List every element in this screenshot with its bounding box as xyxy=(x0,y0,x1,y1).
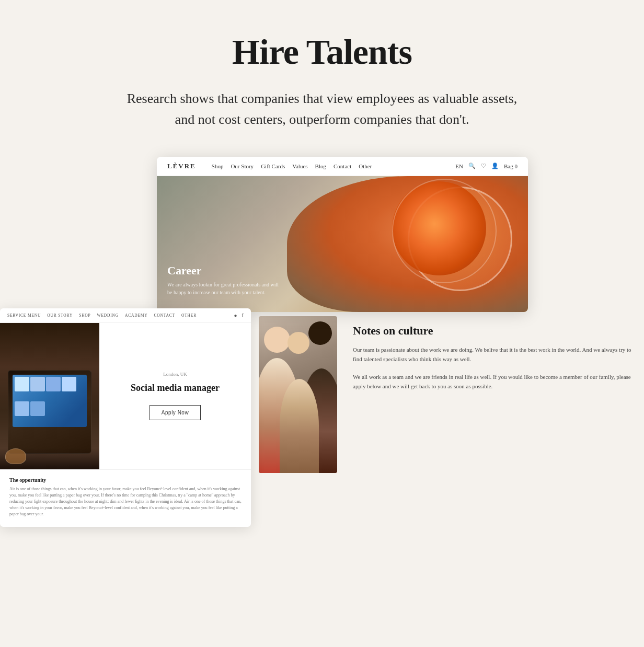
lang-switch[interactable]: EN xyxy=(455,163,463,169)
facebook-icon[interactable]: f xyxy=(242,313,244,318)
people-photo xyxy=(259,316,337,473)
notes-paragraph1: Our team is passionate about the work we… xyxy=(353,345,640,364)
mockup-nav-shop[interactable]: Shop xyxy=(212,163,224,169)
job-location: London, UK xyxy=(163,372,187,377)
notes-paragraph2: We all work as a team and we are friends… xyxy=(353,372,640,391)
job-card-body: London, UK Social media manager Apply No… xyxy=(0,323,251,469)
website-mockup: LÈVRE Shop Our Story Gift Cards Values B… xyxy=(157,157,528,312)
head1 xyxy=(264,327,290,353)
mockup-navbar: LÈVRE Shop Our Story Gift Cards Values B… xyxy=(157,157,528,176)
job-card-image xyxy=(0,323,99,469)
mockup-nav-our-story[interactable]: Our Story xyxy=(231,163,254,169)
hero-section: Hire Talents Research shows that compani… xyxy=(0,0,644,157)
opportunity-title: The opportunity xyxy=(9,477,242,483)
job-card-content: London, UK Social media manager Apply No… xyxy=(99,323,251,469)
social-icons: ● f xyxy=(234,313,244,318)
mockup-nav-items: Shop Our Story Gift Cards Values Blog Co… xyxy=(212,163,445,169)
mockup-logo: LÈVRE xyxy=(167,162,196,170)
jc-shop[interactable]: SHOP xyxy=(79,313,90,318)
notes-title: Notes on culture xyxy=(353,324,640,338)
job-title: Social media manager xyxy=(131,382,220,394)
bag-icon[interactable]: Bag 0 xyxy=(504,163,518,169)
phone-screen xyxy=(13,375,87,427)
coffee-cup xyxy=(5,448,26,464)
career-heading: Career xyxy=(167,264,282,278)
jc-our-story[interactable]: OUR STORY xyxy=(47,313,73,318)
head2 xyxy=(308,321,332,345)
career-content: Career We are always lookin for great pr… xyxy=(167,264,282,296)
mockup-nav-other[interactable]: Other xyxy=(359,163,372,169)
jc-other[interactable]: OTHER xyxy=(181,313,197,318)
jc-contact[interactable]: CONTACT xyxy=(154,313,175,318)
opportunity-text: Air is one of those things that can, whe… xyxy=(9,486,242,517)
jc-academy[interactable]: ACADEMY xyxy=(125,313,148,318)
job-card-navbar: SERVICE MENU OUR STORY SHOP WEDDING ACAD… xyxy=(0,308,251,323)
notes-culture-section: Notes on culture Our team is passionate … xyxy=(353,316,640,473)
mockup-nav-values[interactable]: Values xyxy=(292,163,307,169)
right-content-area: Notes on culture Our team is passionate … xyxy=(259,316,640,473)
search-icon[interactable]: 🔍 xyxy=(468,163,476,169)
page-title: Hire Talents xyxy=(21,31,623,73)
head3 xyxy=(288,332,309,354)
hero-subtitle: Research shows that companies that view … xyxy=(123,88,521,131)
jc-wedding[interactable]: WEDDING xyxy=(97,313,119,318)
mockup-nav-gift-cards[interactable]: Gift Cards xyxy=(261,163,285,169)
jc-service-menu[interactable]: SERVICE MENU xyxy=(7,313,41,318)
mockup-nav-contact[interactable]: Contact xyxy=(334,163,351,169)
people-silhouettes xyxy=(259,316,337,473)
mockup-nav-actions: EN 🔍 ♡ 👤 Bag 0 xyxy=(455,163,518,169)
glass-rim-outer xyxy=(392,179,497,283)
phone-in-hand xyxy=(8,370,91,454)
apply-now-button[interactable]: Apply Now xyxy=(150,405,201,420)
instagram-icon[interactable]: ● xyxy=(234,313,238,318)
job-card-mockup: SERVICE MENU OUR STORY SHOP WEDDING ACAD… xyxy=(0,308,251,527)
job-card-opportunity: The opportunity Air is one of those thin… xyxy=(0,469,251,527)
person3-silhouette xyxy=(280,379,319,473)
content-area: LÈVRE Shop Our Story Gift Cards Values B… xyxy=(0,157,644,564)
mockup-hero-image: Career We are always lookin for great pr… xyxy=(157,176,528,312)
mockup-nav-blog[interactable]: Blog xyxy=(315,163,326,169)
account-icon[interactable]: 👤 xyxy=(491,163,499,169)
career-text: We are always lookin for great professio… xyxy=(167,281,282,296)
wishlist-icon[interactable]: ♡ xyxy=(481,163,486,169)
